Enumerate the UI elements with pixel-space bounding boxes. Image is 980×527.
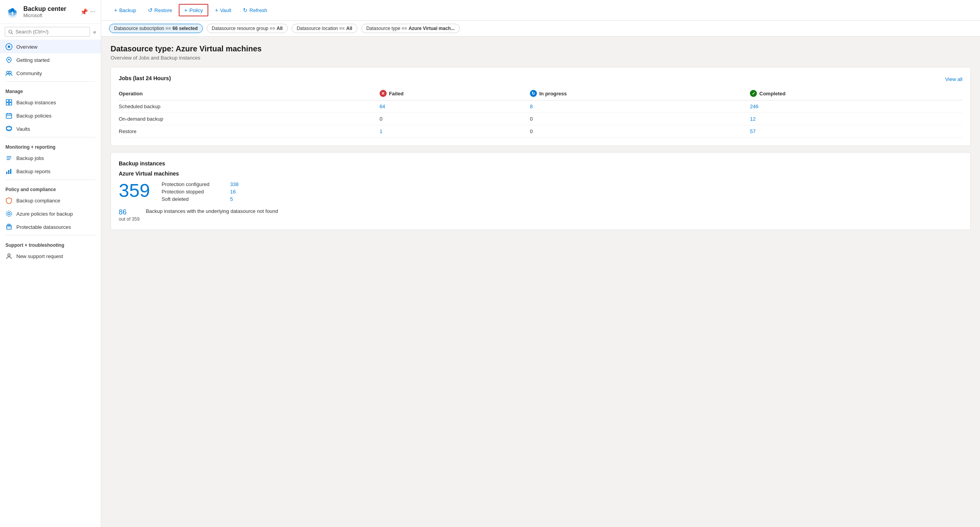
sidebar-item-label: Overview: [16, 44, 37, 50]
svg-rect-6: [12, 13, 13, 15]
col-operation: Operation: [119, 88, 380, 100]
divider-monitoring: [5, 137, 95, 137]
sidebar-item-label: Backup jobs: [16, 155, 44, 161]
rocket-icon: [5, 56, 12, 63]
job-inprogress: 0: [530, 125, 750, 138]
svg-point-35: [8, 254, 10, 256]
svg-point-10: [8, 46, 10, 48]
sidebar-item-community[interactable]: Community: [0, 67, 101, 80]
bi-total[interactable]: 359: [119, 181, 150, 200]
sidebar-item-backup-policies[interactable]: Backup policies: [0, 109, 101, 122]
job-inprogress[interactable]: 8: [530, 100, 750, 113]
sidebar-item-backup-jobs[interactable]: Backup jobs: [0, 151, 101, 165]
section-support: Support + troubleshooting: [0, 237, 101, 249]
sidebar-item-label: Azure policies for backup: [16, 211, 73, 217]
refresh-label: Refresh: [250, 7, 267, 13]
jobs-card-title: Jobs (last 24 Hours): [119, 75, 171, 81]
sidebar-item-backup-reports[interactable]: Backup reports: [0, 165, 101, 178]
refresh-button[interactable]: ↻ Refresh: [238, 4, 273, 16]
overview-icon: [5, 43, 12, 50]
section-manage: Manage: [0, 83, 101, 96]
svg-rect-27: [6, 172, 7, 174]
sidebar: Backup center Microsoft 📌 ··· « Overview…: [0, 0, 101, 527]
bi-stat-value[interactable]: 338: [230, 181, 239, 187]
bi-stat-row: Protection configured338: [162, 181, 239, 187]
backup-label: Backup: [119, 7, 136, 13]
more-icon[interactable]: ···: [90, 8, 95, 16]
bi-stat-value[interactable]: 16: [230, 189, 236, 195]
collapse-btn[interactable]: «: [93, 29, 96, 35]
restore-label: Restore: [155, 7, 172, 13]
col-inprogress: ↻ In progress: [530, 88, 750, 100]
bi-underlying-desc: Backup instances with the underlying dat…: [146, 208, 278, 214]
vault-button[interactable]: + Vault: [210, 4, 236, 16]
app-subtitle: Microsoft: [23, 13, 66, 18]
sidebar-item-new-support[interactable]: New support request: [0, 249, 101, 263]
restore-button[interactable]: ↺ Restore: [143, 4, 178, 16]
sidebar-item-getting-started[interactable]: Getting started: [0, 53, 101, 67]
sidebar-item-vaults[interactable]: Vaults: [0, 122, 101, 135]
job-inprogress: 0: [530, 113, 750, 125]
job-completed[interactable]: 57: [750, 125, 962, 138]
bi-stat-label: Soft deleted: [162, 196, 224, 202]
search-input[interactable]: [16, 29, 87, 35]
sidebar-header: Backup center Microsoft 📌 ···: [0, 0, 101, 24]
bi-bottom-left: 86 out of 359: [119, 208, 139, 222]
app-title: Backup center: [23, 5, 66, 12]
grid-icon: [5, 99, 12, 106]
filter-subscription-value: 66 selected: [172, 26, 198, 31]
sidebar-item-overview[interactable]: Overview: [0, 40, 101, 53]
page-subtitle: Overview of Jobs and Backup instances: [111, 55, 971, 61]
filter-subscription[interactable]: Datasource subscription == 66 selected: [109, 24, 203, 33]
view-all-link[interactable]: View all: [945, 76, 962, 82]
sidebar-item-backup-instances[interactable]: Backup instances: [0, 96, 101, 109]
sidebar-item-label: Backup policies: [16, 113, 51, 119]
sidebar-item-label: New support request: [16, 253, 63, 259]
refresh-icon: ↻: [243, 7, 248, 13]
filter-location[interactable]: Datasource location == All: [292, 24, 357, 33]
table-row: On-demand backup0012: [119, 113, 962, 125]
bi-stat-value[interactable]: 5: [230, 196, 233, 202]
job-operation: Scheduled backup: [119, 100, 380, 113]
backup-button[interactable]: + Backup: [109, 4, 141, 16]
sidebar-item-azure-policies[interactable]: Azure policies for backup: [0, 207, 101, 220]
job-completed[interactable]: 12: [750, 113, 962, 125]
sidebar-item-protectable-datasources[interactable]: Protectable datasources: [0, 220, 101, 234]
bar-chart-icon: [5, 168, 12, 175]
sidebar-item-label: Protectable datasources: [16, 224, 71, 230]
svg-rect-18: [6, 114, 12, 118]
table-row: Restore1057: [119, 125, 962, 138]
calendar-icon: [5, 112, 12, 119]
filter-bar: Datasource subscription == 66 selected D…: [101, 21, 980, 37]
search-wrap[interactable]: [5, 27, 90, 37]
gear-icon: [5, 210, 12, 217]
completed-status-icon: ✓: [750, 90, 757, 97]
filter-resource-group[interactable]: Datasource resource group == All: [207, 24, 288, 33]
svg-rect-16: [6, 103, 9, 105]
inprogress-status-icon: ↻: [530, 90, 537, 97]
sidebar-item-label: Community: [16, 70, 42, 76]
filter-type[interactable]: Datasource type == Azure Virtual mach...: [361, 24, 460, 33]
jobs-card-header: Jobs (last 24 Hours) View all: [119, 75, 962, 83]
policy-button[interactable]: + Policy: [179, 4, 208, 16]
bi-bottom: 86 out of 359 Backup instances with the …: [119, 208, 962, 222]
page-title: Datasource type: Azure Virtual machines: [111, 44, 971, 53]
filter-type-label: Datasource type ==: [366, 26, 407, 31]
job-failed[interactable]: 64: [380, 100, 530, 113]
policy-label: Policy: [189, 7, 203, 13]
job-operation: On-demand backup: [119, 113, 380, 125]
svg-point-30: [8, 213, 10, 215]
job-completed[interactable]: 246: [750, 100, 962, 113]
list-icon: [5, 155, 12, 162]
community-icon: [5, 70, 12, 77]
sidebar-item-backup-compliance[interactable]: Backup compliance: [0, 194, 101, 207]
pin-icon[interactable]: 📌: [80, 8, 88, 16]
restore-icon: ↺: [148, 7, 153, 13]
backup-instances-card: Backup instances Azure Virtual machines …: [111, 152, 971, 230]
job-failed[interactable]: 1: [380, 125, 530, 138]
filter-type-value: Azure Virtual mach...: [408, 26, 454, 31]
job-failed: 0: [380, 113, 530, 125]
bi-underlying-num[interactable]: 86: [119, 208, 127, 216]
table-row: Scheduled backup648246: [119, 100, 962, 113]
bi-stat-label: Protection configured: [162, 181, 224, 187]
